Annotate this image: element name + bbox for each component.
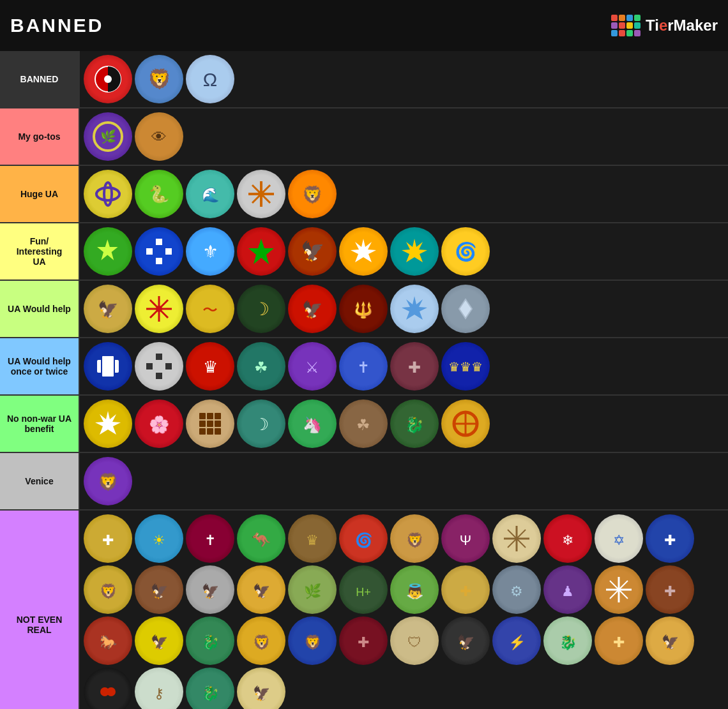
list-item[interactable]: ♟ bbox=[543, 565, 592, 614]
list-item[interactable]: 🌿 bbox=[288, 565, 337, 614]
list-item[interactable]: 🌊 bbox=[186, 170, 234, 218]
list-item[interactable] bbox=[84, 342, 132, 391]
list-item[interactable]: 🐉 bbox=[543, 616, 592, 665]
list-item[interactable]: ✚ bbox=[441, 565, 490, 614]
list-item[interactable]: 🦁 bbox=[390, 514, 439, 563]
logo-cell bbox=[611, 22, 618, 29]
list-item[interactable]: 👁 bbox=[135, 112, 183, 161]
list-item[interactable]: 🦄 bbox=[288, 399, 337, 448]
list-item[interactable]: ✚ bbox=[339, 616, 388, 665]
list-item[interactable]: 🦁 bbox=[237, 616, 285, 665]
list-item[interactable]: ♛ bbox=[186, 342, 234, 391]
list-item[interactable]: 🦁 bbox=[288, 616, 337, 665]
list-item[interactable] bbox=[390, 285, 439, 333]
list-item[interactable]: 🦅 bbox=[135, 565, 183, 614]
list-item[interactable]: 🦅 bbox=[441, 616, 490, 665]
list-item[interactable]: ❄ bbox=[543, 514, 592, 563]
list-item[interactable]: ✚ bbox=[595, 616, 643, 665]
list-item[interactable]: 🐎 bbox=[84, 616, 132, 665]
list-item[interactable]: 🦁 bbox=[135, 55, 183, 103]
list-item[interactable]: 🌀 bbox=[441, 227, 490, 276]
tier-row-hugeua: Huge UA 🐍 🌊 🦁 bbox=[0, 166, 728, 223]
list-item[interactable]: ✚ bbox=[84, 514, 132, 563]
list-item[interactable]: ⚜ bbox=[186, 227, 234, 276]
list-item[interactable] bbox=[595, 565, 643, 614]
svg-text:☀: ☀ bbox=[153, 532, 165, 548]
list-item[interactable]: ♛ bbox=[288, 514, 337, 563]
list-item[interactable] bbox=[441, 285, 490, 333]
list-item[interactable]: 🦘 bbox=[237, 514, 285, 563]
list-item[interactable]: 🦁 bbox=[84, 457, 132, 505]
list-item[interactable] bbox=[237, 227, 285, 276]
list-item[interactable]: 🦅 bbox=[288, 227, 337, 276]
list-item[interactable]: ☘ bbox=[237, 342, 285, 391]
list-item[interactable]: ⚔ bbox=[288, 342, 337, 391]
list-item[interactable] bbox=[84, 399, 132, 448]
list-item[interactable]: ☘ bbox=[339, 399, 388, 448]
list-item[interactable] bbox=[237, 170, 285, 218]
header: BANNED TierMaker bbox=[0, 0, 728, 51]
svg-text:🦅: 🦅 bbox=[457, 634, 475, 651]
list-item[interactable]: 〜 bbox=[186, 285, 234, 333]
list-item[interactable]: 🦅 bbox=[186, 565, 234, 614]
list-item[interactable] bbox=[441, 399, 490, 448]
svg-rect-58 bbox=[207, 421, 213, 427]
list-item[interactable] bbox=[492, 514, 541, 563]
list-item[interactable] bbox=[186, 399, 234, 448]
list-item[interactable]: 🦅 bbox=[237, 565, 285, 614]
list-item[interactable] bbox=[84, 668, 132, 709]
list-item[interactable]: ☀ bbox=[135, 514, 183, 563]
list-item[interactable]: ✝ bbox=[339, 342, 388, 391]
list-item[interactable]: 🌿 bbox=[84, 112, 132, 161]
list-item[interactable]: Ψ bbox=[441, 514, 490, 563]
svg-text:☘: ☘ bbox=[254, 359, 268, 376]
list-item[interactable] bbox=[84, 227, 132, 276]
svg-marker-25 bbox=[402, 239, 427, 262]
list-item[interactable]: ✝ bbox=[186, 514, 234, 563]
list-item[interactable]: ⚡ bbox=[492, 616, 541, 665]
list-item[interactable]: ✚ bbox=[646, 565, 694, 614]
list-item[interactable]: H+ bbox=[339, 565, 388, 614]
list-item[interactable] bbox=[135, 227, 183, 276]
list-item[interactable]: 🦅 bbox=[84, 285, 132, 333]
list-item[interactable] bbox=[84, 55, 132, 103]
list-item[interactable]: ♛♛♛ bbox=[441, 342, 490, 391]
svg-marker-17 bbox=[97, 239, 118, 260]
list-item[interactable] bbox=[339, 227, 388, 276]
list-item[interactable]: ✚ bbox=[646, 514, 694, 563]
list-item[interactable]: ✚ bbox=[390, 342, 439, 391]
svg-text:🌸: 🌸 bbox=[149, 414, 170, 435]
svg-text:🛡: 🛡 bbox=[407, 634, 421, 650]
list-item[interactable] bbox=[84, 170, 132, 218]
svg-text:❄: ❄ bbox=[562, 532, 573, 548]
list-item[interactable]: 🦅 bbox=[237, 668, 285, 709]
list-item[interactable]: 🦁 bbox=[288, 170, 337, 218]
list-item[interactable]: ⚙ bbox=[492, 565, 541, 614]
list-item[interactable]: 🦅 bbox=[646, 616, 694, 665]
list-item[interactable]: 👼 bbox=[390, 565, 439, 614]
list-item[interactable] bbox=[390, 227, 439, 276]
list-item[interactable]: 🛡 bbox=[390, 616, 439, 665]
list-item[interactable]: ⚷ bbox=[135, 668, 183, 709]
list-item[interactable]: 🐉 bbox=[186, 616, 234, 665]
list-item[interactable]: 🔱 bbox=[339, 285, 388, 333]
svg-text:Ω: Ω bbox=[203, 69, 217, 90]
svg-text:🌿: 🌿 bbox=[304, 583, 322, 600]
list-item[interactable]: 🦁 bbox=[84, 565, 132, 614]
list-item[interactable]: Ω bbox=[186, 55, 234, 103]
list-item[interactable]: 🐉 bbox=[390, 399, 439, 448]
list-item[interactable]: ☽ bbox=[237, 285, 285, 333]
list-item[interactable]: 🌸 bbox=[135, 399, 183, 448]
svg-text:✚: ✚ bbox=[664, 583, 676, 599]
list-item[interactable] bbox=[135, 342, 183, 391]
list-item[interactable]: 🐍 bbox=[135, 170, 183, 218]
list-item[interactable]: ✡ bbox=[595, 514, 643, 563]
svg-rect-41 bbox=[112, 360, 119, 373]
svg-text:🦁: 🦁 bbox=[253, 634, 271, 651]
list-item[interactable]: ☽ bbox=[237, 399, 285, 448]
list-item[interactable]: 🦅 bbox=[135, 616, 183, 665]
list-item[interactable]: 🦅 bbox=[288, 285, 337, 333]
list-item[interactable]: 🌀 bbox=[339, 514, 388, 563]
list-item[interactable] bbox=[135, 285, 183, 333]
list-item[interactable]: 🐉 bbox=[186, 668, 234, 709]
